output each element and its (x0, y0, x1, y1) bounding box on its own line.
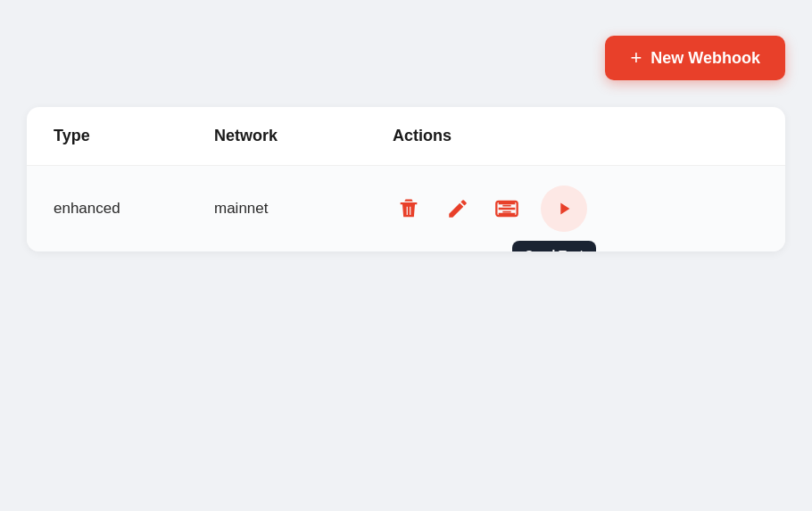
table-header: Type Network Actions (27, 107, 785, 166)
logs-button[interactable] (491, 193, 523, 225)
cell-actions: Send Test (393, 185, 758, 232)
pencil-icon (446, 197, 469, 220)
cell-network: mainnet (214, 200, 393, 218)
page-container: + New Webhook Type Network Actions enhan… (27, 36, 785, 251)
list-icon (494, 196, 519, 221)
send-test-tooltip: Send Test (512, 241, 596, 251)
trash-icon (396, 195, 421, 222)
webhooks-table: Type Network Actions enhanced mainnet (27, 107, 785, 251)
send-test-button[interactable] (541, 185, 587, 232)
column-header-network: Network (214, 127, 393, 145)
new-webhook-button[interactable]: + New Webhook (605, 36, 785, 80)
plus-icon: + (630, 48, 642, 68)
cell-type: enhanced (54, 200, 214, 218)
send-icon (554, 199, 574, 218)
new-webhook-label: New Webhook (650, 49, 760, 68)
edit-button[interactable] (443, 194, 473, 224)
table-row: enhanced mainnet (27, 166, 785, 251)
column-header-type: Type (54, 127, 214, 145)
delete-button[interactable] (393, 192, 425, 226)
top-bar: + New Webhook (27, 36, 785, 80)
send-test-wrapper: Send Test (541, 185, 587, 232)
column-header-actions: Actions (393, 127, 758, 145)
